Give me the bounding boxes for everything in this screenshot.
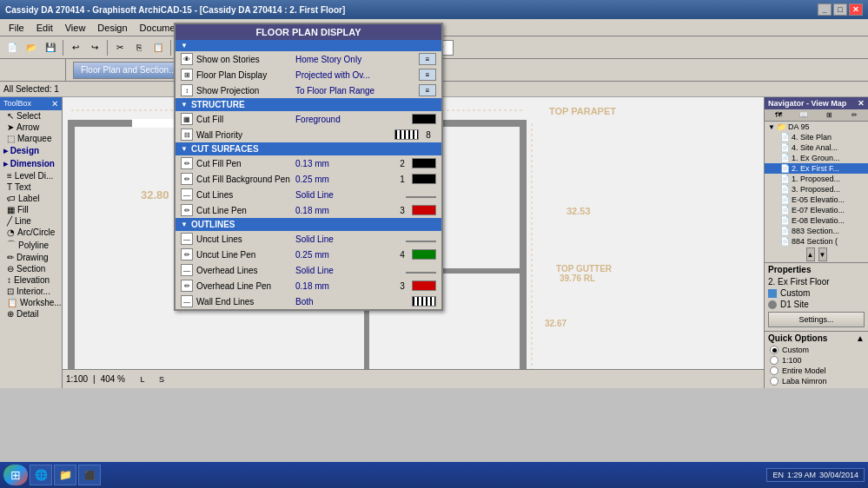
tool-section[interactable]: ⊖ Section (0, 263, 62, 274)
props-settings-btn[interactable]: Settings... (768, 312, 865, 327)
tool-line[interactable]: ╱ Line (0, 215, 62, 227)
fpd-row-cut-fill-bg-pen[interactable]: ✏ Cut Fill Background Pen 0.25 mm 1 (176, 171, 441, 187)
nav-tab-drawings[interactable]: ✏ (842, 110, 867, 120)
tool-elevation[interactable]: ↕ Elevation (0, 274, 62, 286)
new-btn[interactable]: 📄 (3, 39, 21, 56)
toolbox-close[interactable]: ✕ (51, 99, 58, 109)
select-icon: ↖ (7, 111, 14, 121)
tool-arc[interactable]: ◔ Arc/Circle (0, 227, 62, 238)
start-button[interactable]: ⊞ (3, 465, 28, 485)
quick-100-radio[interactable] (770, 356, 779, 365)
fpd-row-cut-fill[interactable]: ▦ Cut Fill Foreground (176, 111, 441, 127)
nav-item-proposed3[interactable]: 📄 3. Proposed... (765, 184, 868, 195)
tool-worksheet[interactable]: 📋 Workshe... (0, 297, 62, 308)
cut-line-pen-mm: 0.18 mm (295, 206, 393, 215)
snap-btn[interactable]: S (153, 371, 170, 388)
quick-entire-radio[interactable] (770, 366, 779, 375)
fpd-row-cut-lines[interactable]: — Cut Lines Solid Line (176, 187, 441, 202)
fpd-row-uncut-line-pen[interactable]: ✏ Uncut Line Pen 0.25 mm 4 (176, 247, 441, 262)
nav-item-proposed1-label: 1. Proposed... (792, 175, 840, 183)
nav-collapse-down[interactable]: ▼ (818, 247, 827, 261)
fpd-row-overhead-line-pen[interactable]: ✏ Overhead Line Pen 0.18 mm 3 (176, 278, 441, 293)
tool-marquee[interactable]: ⬚ Marquee (0, 133, 62, 144)
nav-collapse-up[interactable]: ▲ (806, 247, 815, 261)
nav-item-883[interactable]: 📄 883 Section... (765, 226, 868, 236)
close-btn[interactable]: ✕ (849, 3, 863, 16)
fpd-row-wall-end-lines[interactable]: — Wall End Lines Both (176, 293, 441, 309)
tool-level-di[interactable]: ≡ Level Di... (0, 170, 62, 181)
menu-file[interactable]: File (3, 21, 30, 35)
fpd-section-outlines[interactable]: ▼ OUTLINES (176, 218, 441, 231)
nav-item-884[interactable]: 📄 884 Section ( (765, 236, 868, 247)
quick-custom-radio[interactable] (770, 346, 779, 354)
toolbox-dimension-section[interactable]: ▸ Dimension (0, 157, 62, 170)
props-item-d1site[interactable]: D1 Site (768, 299, 865, 310)
tool-text[interactable]: T Text (0, 181, 62, 193)
menu-design[interactable]: Design (92, 21, 132, 35)
taskbar-app1[interactable]: ⬛ (78, 465, 101, 485)
cut-lines-swatch (406, 196, 436, 198)
quick-item-100[interactable]: 1:100 (768, 355, 865, 366)
copy-btn[interactable]: ⎘ (130, 39, 148, 56)
tool-detail[interactable]: ⊕ Detail (0, 308, 62, 320)
arc-label: Arc/Circle (17, 228, 55, 237)
nav-tab-viewmap[interactable]: 🗺 (765, 110, 791, 120)
nav-item-site-plan[interactable]: 📄 4. Site Plan (765, 132, 868, 142)
fpd-row-uncut-lines[interactable]: — Uncut Lines Solid Line (176, 231, 441, 247)
nav-item-proposed1-icon: 📄 (780, 175, 790, 183)
fpd-row-overhead-lines[interactable]: — Overhead Lines Solid Line (176, 262, 441, 278)
tool-fill[interactable]: ▦ Fill (0, 204, 62, 215)
fpd-row-wall-priority[interactable]: ⊟ Wall Priority 8 (176, 127, 441, 142)
nav-item-e05-icon: 📄 (780, 195, 790, 204)
quick-item-laba[interactable]: Laba Nimron (768, 376, 865, 386)
nav-tab-book[interactable]: 📖 (791, 110, 816, 120)
tool-arrow[interactable]: ➤ Arrow (0, 122, 62, 133)
nav-item-e05[interactable]: 📄 E-05 Elevatio... (765, 195, 868, 205)
tool-select[interactable]: ↖ Select (0, 110, 62, 122)
minimize-btn[interactable]: _ (818, 3, 832, 16)
nav-tab-layouts[interactable]: ⊞ (817, 110, 842, 120)
nav-close-btn[interactable]: ✕ (858, 99, 865, 108)
undo-btn[interactable]: ↩ (67, 39, 84, 56)
fpd-row-cut-fill-pen[interactable]: ✏ Cut Fill Pen 0.13 mm 2 (176, 155, 441, 171)
section-icon: ⊖ (7, 264, 14, 274)
toolbox-design-section[interactable]: ▸ Design (0, 144, 62, 157)
tool-polyline[interactable]: ⌒ Polyline (0, 238, 62, 252)
nav-item-da95[interactable]: ▼ 📁 DA 95 (765, 122, 868, 132)
quick-laba-radio[interactable] (770, 377, 779, 386)
nav-item-ex-ground-label: 1. Ex Groun... (792, 154, 840, 162)
nav-item-site-anal[interactable]: 📄 4. Site Anal... (765, 142, 868, 153)
redo-btn[interactable]: ↪ (86, 39, 103, 56)
uncut-lines-icon: — (181, 233, 193, 245)
quick-item-entire-model[interactable]: Entire Model (768, 366, 865, 376)
quick-item-custom[interactable]: Custom (768, 345, 865, 355)
tool-drawing[interactable]: ✏ Drawing (0, 252, 62, 263)
nav-item-e07[interactable]: 📄 E-07 Elevatio... (765, 205, 868, 215)
uncut-lines-label: — Uncut Lines (181, 233, 294, 245)
menu-edit[interactable]: Edit (31, 21, 58, 35)
fpd-section-cut-surfaces[interactable]: ▼ CUT SURFACES (176, 142, 441, 155)
taskbar-ie[interactable]: 🌐 (30, 465, 52, 485)
cut-btn[interactable]: ✂ (111, 39, 129, 56)
cut-fill-icon: ▦ (181, 113, 193, 125)
quick-options-expand-icon[interactable]: ▲ (856, 333, 865, 343)
nav-item-ex-ground[interactable]: 📄 1. Ex Groun... (765, 153, 868, 163)
fpd-row-cut-line-pen[interactable]: ✏ Cut Line Pen 0.18 mm 3 (176, 202, 441, 218)
maximize-btn[interactable]: □ (833, 3, 847, 16)
layer-btn[interactable]: L (134, 371, 151, 388)
tool-label[interactable]: 🏷 Label (0, 193, 62, 204)
menu-view[interactable]: View (60, 21, 91, 35)
tool-interior[interactable]: ⊡ Interior... (0, 286, 62, 297)
text-icon: T (7, 182, 12, 192)
fpd-section-structure[interactable]: ▼ STRUCTURE (176, 98, 441, 111)
nav-item-proposed1[interactable]: 📄 1. Proposed... (765, 174, 868, 184)
save-btn[interactable]: 💾 (42, 39, 59, 56)
props-item-custom[interactable]: Custom (768, 287, 865, 299)
nav-item-e08[interactable]: 📄 E-08 Elevatio... (765, 215, 868, 226)
nav-item-ex-first[interactable]: 📄 2. Ex First F... (765, 163, 868, 174)
title-controls[interactable]: _ □ ✕ (818, 3, 863, 16)
open-btn[interactable]: 📂 (23, 39, 40, 56)
paste-btn[interactable]: 📋 (149, 39, 167, 56)
taskbar-folder[interactable]: 📁 (54, 465, 76, 485)
fpd-outlines-triangle: ▼ (181, 221, 188, 228)
